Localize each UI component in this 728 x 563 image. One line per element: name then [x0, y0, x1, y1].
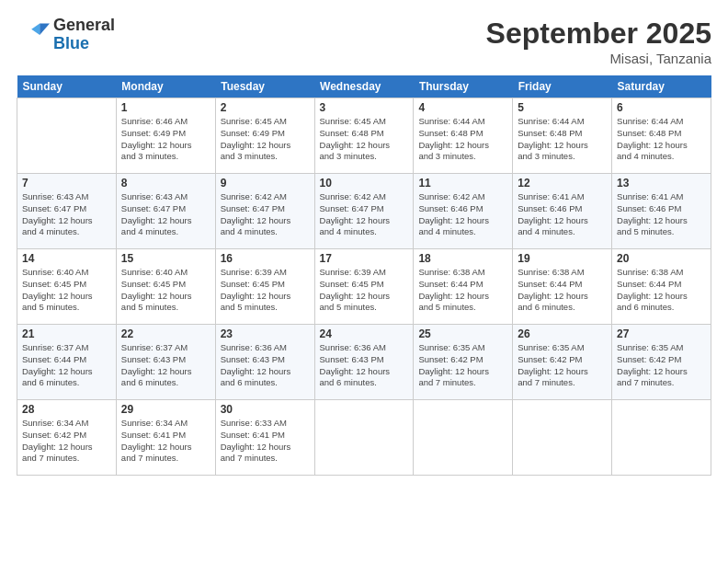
- day-number: 27: [617, 327, 706, 340]
- day-number: 6: [617, 101, 706, 114]
- day-number: 13: [617, 177, 706, 190]
- day-info: Sunrise: 6:36 AM Sunset: 6:43 PM Dayligh…: [320, 342, 409, 389]
- day-info: Sunrise: 6:40 AM Sunset: 6:45 PM Dayligh…: [22, 267, 111, 314]
- day-number: 30: [221, 403, 310, 416]
- day-info: Sunrise: 6:37 AM Sunset: 6:44 PM Dayligh…: [22, 342, 111, 389]
- week-row-2: 7Sunrise: 6:43 AM Sunset: 6:47 PM Daylig…: [17, 174, 711, 249]
- svg-marker-1: [31, 23, 40, 35]
- day-info: Sunrise: 6:35 AM Sunset: 6:42 PM Dayligh…: [518, 342, 607, 389]
- day-number: 1: [121, 101, 210, 114]
- day-info: Sunrise: 6:44 AM Sunset: 6:48 PM Dayligh…: [617, 116, 706, 163]
- day-cell: 18Sunrise: 6:38 AM Sunset: 6:44 PM Dayli…: [414, 249, 513, 325]
- location: Misasi, Tanzania: [486, 51, 711, 66]
- header: General Blue September 2025 Misasi, Tanz…: [17, 17, 711, 66]
- day-number: 2: [221, 101, 310, 114]
- day-info: Sunrise: 6:41 AM Sunset: 6:46 PM Dayligh…: [617, 191, 706, 238]
- title-block: September 2025 Misasi, Tanzania: [486, 17, 711, 66]
- day-cell: 21Sunrise: 6:37 AM Sunset: 6:44 PM Dayli…: [17, 325, 117, 400]
- day-info: Sunrise: 6:45 AM Sunset: 6:48 PM Dayligh…: [320, 116, 409, 163]
- day-cell: 3Sunrise: 6:45 AM Sunset: 6:48 PM Daylig…: [314, 98, 414, 174]
- day-cell: 6Sunrise: 6:44 AM Sunset: 6:48 PM Daylig…: [612, 98, 711, 174]
- day-info: Sunrise: 6:41 AM Sunset: 6:46 PM Dayligh…: [518, 191, 607, 238]
- day-cell: 14Sunrise: 6:40 AM Sunset: 6:45 PM Dayli…: [17, 249, 117, 325]
- day-cell: 17Sunrise: 6:39 AM Sunset: 6:45 PM Dayli…: [314, 249, 414, 325]
- month-title: September 2025: [486, 17, 711, 51]
- day-info: Sunrise: 6:39 AM Sunset: 6:45 PM Dayligh…: [320, 267, 409, 314]
- col-friday: Friday: [513, 75, 612, 98]
- day-cell: 2Sunrise: 6:45 AM Sunset: 6:49 PM Daylig…: [215, 98, 314, 174]
- day-info: Sunrise: 6:42 AM Sunset: 6:46 PM Dayligh…: [418, 191, 507, 238]
- day-cell: 25Sunrise: 6:35 AM Sunset: 6:42 PM Dayli…: [414, 325, 513, 400]
- day-info: Sunrise: 6:37 AM Sunset: 6:43 PM Dayligh…: [121, 342, 210, 389]
- day-cell: 22Sunrise: 6:37 AM Sunset: 6:43 PM Dayli…: [116, 325, 215, 400]
- day-info: Sunrise: 6:44 AM Sunset: 6:48 PM Dayligh…: [418, 116, 507, 163]
- day-number: 16: [221, 252, 310, 265]
- calendar-table: Sunday Monday Tuesday Wednesday Thursday…: [17, 75, 711, 476]
- day-cell: 26Sunrise: 6:35 AM Sunset: 6:42 PM Dayli…: [513, 325, 612, 400]
- day-cell: 1Sunrise: 6:46 AM Sunset: 6:49 PM Daylig…: [116, 98, 215, 174]
- day-cell: 19Sunrise: 6:38 AM Sunset: 6:44 PM Dayli…: [513, 249, 612, 325]
- page: General Blue September 2025 Misasi, Tanz…: [0, 0, 728, 563]
- logo-general: General Blue: [53, 17, 115, 53]
- day-info: Sunrise: 6:43 AM Sunset: 6:47 PM Dayligh…: [121, 191, 210, 238]
- day-cell: 28Sunrise: 6:34 AM Sunset: 6:42 PM Dayli…: [17, 400, 117, 476]
- logo: General Blue: [17, 17, 115, 53]
- day-cell: 11Sunrise: 6:42 AM Sunset: 6:46 PM Dayli…: [414, 174, 513, 249]
- day-cell: 10Sunrise: 6:42 AM Sunset: 6:47 PM Dayli…: [314, 174, 414, 249]
- col-wednesday: Wednesday: [314, 75, 414, 98]
- day-number: 12: [518, 177, 607, 190]
- day-info: Sunrise: 6:39 AM Sunset: 6:45 PM Dayligh…: [221, 267, 310, 314]
- day-cell: 4Sunrise: 6:44 AM Sunset: 6:48 PM Daylig…: [414, 98, 513, 174]
- day-number: 26: [518, 327, 607, 340]
- day-cell: 5Sunrise: 6:44 AM Sunset: 6:48 PM Daylig…: [513, 98, 612, 174]
- day-info: Sunrise: 6:33 AM Sunset: 6:41 PM Dayligh…: [221, 418, 310, 465]
- day-number: 18: [418, 252, 507, 265]
- day-cell: [17, 98, 117, 174]
- week-row-3: 14Sunrise: 6:40 AM Sunset: 6:45 PM Dayli…: [17, 249, 711, 325]
- day-number: 29: [121, 403, 210, 416]
- week-row-5: 28Sunrise: 6:34 AM Sunset: 6:42 PM Dayli…: [17, 400, 711, 476]
- logo-icon: [17, 18, 50, 52]
- day-info: Sunrise: 6:38 AM Sunset: 6:44 PM Dayligh…: [518, 267, 607, 314]
- day-number: 21: [22, 327, 111, 340]
- day-number: 3: [320, 101, 409, 114]
- day-cell: 16Sunrise: 6:39 AM Sunset: 6:45 PM Dayli…: [215, 249, 314, 325]
- day-info: Sunrise: 6:34 AM Sunset: 6:42 PM Dayligh…: [22, 418, 111, 465]
- day-cell: 27Sunrise: 6:35 AM Sunset: 6:42 PM Dayli…: [612, 325, 711, 400]
- day-number: 8: [121, 177, 210, 190]
- day-number: 10: [320, 177, 409, 190]
- day-info: Sunrise: 6:42 AM Sunset: 6:47 PM Dayligh…: [320, 191, 409, 238]
- day-cell: 15Sunrise: 6:40 AM Sunset: 6:45 PM Dayli…: [116, 249, 215, 325]
- col-sunday: Sunday: [17, 75, 117, 98]
- col-thursday: Thursday: [414, 75, 513, 98]
- day-number: 20: [617, 252, 706, 265]
- day-info: Sunrise: 6:35 AM Sunset: 6:42 PM Dayligh…: [418, 342, 507, 389]
- col-tuesday: Tuesday: [215, 75, 314, 98]
- header-row: Sunday Monday Tuesday Wednesday Thursday…: [17, 75, 711, 98]
- day-number: 11: [418, 177, 507, 190]
- day-cell: [314, 400, 414, 476]
- day-cell: 9Sunrise: 6:42 AM Sunset: 6:47 PM Daylig…: [215, 174, 314, 249]
- day-cell: [414, 400, 513, 476]
- day-number: 25: [418, 327, 507, 340]
- day-info: Sunrise: 6:40 AM Sunset: 6:45 PM Dayligh…: [121, 267, 210, 314]
- day-cell: 24Sunrise: 6:36 AM Sunset: 6:43 PM Dayli…: [314, 325, 414, 400]
- day-info: Sunrise: 6:45 AM Sunset: 6:49 PM Dayligh…: [221, 116, 310, 163]
- day-number: 4: [418, 101, 507, 114]
- day-info: Sunrise: 6:34 AM Sunset: 6:41 PM Dayligh…: [121, 418, 210, 465]
- day-number: 9: [221, 177, 310, 190]
- day-info: Sunrise: 6:38 AM Sunset: 6:44 PM Dayligh…: [418, 267, 507, 314]
- day-number: 5: [518, 101, 607, 114]
- day-number: 23: [221, 327, 310, 340]
- day-info: Sunrise: 6:42 AM Sunset: 6:47 PM Dayligh…: [221, 191, 310, 238]
- day-cell: 30Sunrise: 6:33 AM Sunset: 6:41 PM Dayli…: [215, 400, 314, 476]
- col-monday: Monday: [116, 75, 215, 98]
- day-cell: [612, 400, 711, 476]
- day-cell: 20Sunrise: 6:38 AM Sunset: 6:44 PM Dayli…: [612, 249, 711, 325]
- day-cell: 7Sunrise: 6:43 AM Sunset: 6:47 PM Daylig…: [17, 174, 117, 249]
- week-row-4: 21Sunrise: 6:37 AM Sunset: 6:44 PM Dayli…: [17, 325, 711, 400]
- day-number: 22: [121, 327, 210, 340]
- day-cell: 8Sunrise: 6:43 AM Sunset: 6:47 PM Daylig…: [116, 174, 215, 249]
- day-info: Sunrise: 6:44 AM Sunset: 6:48 PM Dayligh…: [518, 116, 607, 163]
- day-number: 7: [22, 177, 111, 190]
